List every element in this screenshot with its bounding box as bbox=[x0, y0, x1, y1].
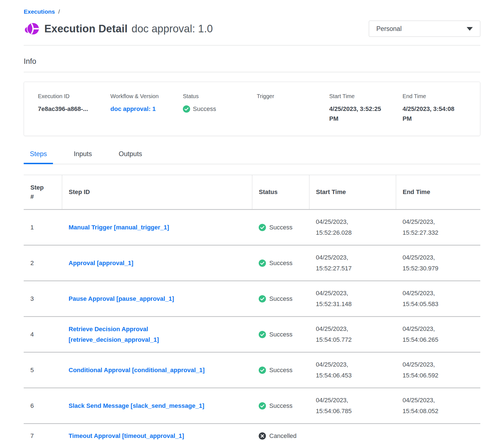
status-text: Cancelled bbox=[269, 432, 297, 440]
step-id-link[interactable]: Retrieve Decision Approval [retrieve_dec… bbox=[69, 324, 227, 345]
step-id-cell: Retrieve Decision Approval [retrieve_dec… bbox=[62, 317, 252, 352]
col-header-end-time: End Time bbox=[396, 175, 480, 210]
status-text: Success bbox=[269, 367, 292, 374]
status-badge: Success bbox=[259, 224, 302, 231]
info-field-trigger: Trigger bbox=[257, 93, 329, 123]
breadcrumb: Executions / bbox=[24, 8, 480, 15]
step-number-cell: 4 bbox=[24, 317, 62, 352]
end-time-value: 4/25/2023, 3:54:08 PM bbox=[403, 104, 462, 123]
field-label: Trigger bbox=[257, 93, 329, 100]
steps-table-body: 1 Manual Trigger [manual_trigger_1] Succ… bbox=[24, 210, 480, 441]
scope-select-value: Personal bbox=[376, 25, 402, 33]
status-cell: Success bbox=[252, 388, 309, 424]
step-id-link[interactable]: Slack Send Message [slack_send_message_1… bbox=[69, 401, 204, 411]
step-number-cell: 7 bbox=[24, 424, 62, 441]
breadcrumb-executions-link[interactable]: Executions bbox=[24, 8, 55, 15]
success-check-icon bbox=[259, 367, 266, 374]
status-badge: Success bbox=[259, 295, 302, 302]
step-id-cell: Conditional Approval [conditional_approv… bbox=[62, 352, 252, 388]
table-row: 3 Pause Approval [pause_approval_1] Succ… bbox=[24, 281, 480, 317]
tab-steps[interactable]: Steps bbox=[24, 150, 53, 164]
end-time-cell: 04/25/2023, 15:54:05.583 bbox=[396, 281, 480, 317]
step-number-cell: 6 bbox=[24, 388, 62, 424]
status-badge: Success bbox=[259, 402, 302, 410]
status-cell: Success bbox=[252, 281, 309, 317]
table-row: 5 Conditional Approval [conditional_appr… bbox=[24, 352, 480, 388]
table-row: 7 Timeout Approval [timeout_approval_1] … bbox=[24, 424, 480, 441]
step-id-cell: Manual Trigger [manual_trigger_1] bbox=[62, 210, 252, 245]
step-id-cell: Timeout Approval [timeout_approval_1] bbox=[62, 424, 252, 441]
info-section-title: Info bbox=[24, 57, 480, 66]
status-text: Success bbox=[193, 104, 216, 114]
status-cell: Success bbox=[252, 352, 309, 388]
start-time-value: 4/25/2023, 3:52:25 PM bbox=[329, 104, 389, 123]
step-number-cell: 5 bbox=[24, 352, 62, 388]
steps-table-header: Step # Step ID Status Start Time End Tim… bbox=[24, 175, 480, 210]
step-id-link[interactable]: Conditional Approval [conditional_approv… bbox=[69, 365, 205, 375]
status-text: Success bbox=[269, 402, 292, 410]
table-row: 1 Manual Trigger [manual_trigger_1] Succ… bbox=[24, 210, 480, 245]
start-time-cell: 04/25/2023, 15:54:05.772 bbox=[309, 317, 396, 352]
detail-tabs: Steps Inputs Outputs bbox=[24, 150, 480, 164]
tab-outputs[interactable]: Outputs bbox=[113, 150, 148, 164]
table-row: 2 Approval [approval_1] Success 04/25/20… bbox=[24, 245, 480, 281]
info-card: Execution ID 7e8ac396-a868-... Workflow … bbox=[24, 82, 480, 136]
table-row: 6 Slack Send Message [slack_send_message… bbox=[24, 388, 480, 424]
field-label: Execution ID bbox=[38, 93, 110, 100]
field-label: Start Time bbox=[329, 93, 403, 100]
step-id-link[interactable]: Approval [approval_1] bbox=[69, 258, 133, 268]
status-badge: Success bbox=[259, 367, 302, 374]
header-divider bbox=[24, 45, 480, 45]
status-text: Success bbox=[269, 260, 292, 267]
step-id-link[interactable]: Pause Approval [pause_approval_1] bbox=[69, 294, 174, 304]
status-text: Success bbox=[269, 224, 292, 231]
status-cell: Success bbox=[252, 245, 309, 281]
execution-id-value: 7e8ac396-a868-... bbox=[38, 104, 110, 114]
status-cell: Success bbox=[252, 317, 309, 352]
table-row: 4 Retrieve Decision Approval [retrieve_d… bbox=[24, 317, 480, 352]
status-cell: Success bbox=[252, 210, 309, 245]
col-header-status: Status bbox=[252, 175, 309, 210]
end-time-cell: 04/25/2023, 15:54:06.265 bbox=[396, 317, 480, 352]
success-check-icon bbox=[183, 105, 190, 113]
end-time-cell: 04/25/2023, 15:54:06.592 bbox=[396, 352, 480, 388]
end-time-cell bbox=[396, 424, 480, 441]
status-badge: Success bbox=[259, 331, 302, 338]
status-text: Success bbox=[269, 295, 292, 302]
chevron-down-icon bbox=[467, 27, 473, 31]
end-time-cell: 04/25/2023, 15:52:30.979 bbox=[396, 245, 480, 281]
success-check-icon bbox=[259, 331, 266, 338]
cancelled-x-icon bbox=[259, 432, 266, 440]
start-time-cell bbox=[309, 424, 396, 441]
field-label: End Time bbox=[403, 93, 474, 100]
status-text: Success bbox=[269, 331, 292, 338]
workflow-version-link[interactable]: doc approval: 1 bbox=[110, 104, 183, 114]
field-label: Workflow & Version bbox=[110, 93, 183, 100]
start-time-cell: 04/25/2023, 15:52:31.148 bbox=[309, 281, 396, 317]
breadcrumb-separator: / bbox=[58, 8, 60, 15]
scope-select[interactable]: Personal bbox=[369, 21, 480, 37]
col-header-start-time: Start Time bbox=[309, 175, 396, 210]
step-number-cell: 2 bbox=[24, 245, 62, 281]
workflow-icon bbox=[24, 21, 40, 36]
start-time-cell: 04/25/2023, 15:52:26.028 bbox=[309, 210, 396, 245]
success-check-icon bbox=[259, 224, 266, 231]
field-label: Status bbox=[183, 93, 257, 100]
success-check-icon bbox=[259, 402, 266, 410]
step-id-cell: Pause Approval [pause_approval_1] bbox=[62, 281, 252, 317]
step-number-cell: 1 bbox=[24, 210, 62, 245]
step-id-cell: Slack Send Message [slack_send_message_1… bbox=[62, 388, 252, 424]
step-number-cell: 3 bbox=[24, 281, 62, 317]
status-cell: Cancelled bbox=[252, 424, 309, 441]
step-id-link[interactable]: Manual Trigger [manual_trigger_1] bbox=[69, 222, 169, 232]
page-title: Execution Detail bbox=[44, 23, 128, 35]
tab-inputs[interactable]: Inputs bbox=[67, 150, 98, 164]
execution-status: Success bbox=[183, 104, 257, 114]
end-time-cell: 04/25/2023, 15:54:08.052 bbox=[396, 388, 480, 424]
start-time-cell: 04/25/2023, 15:52:27.517 bbox=[309, 245, 396, 281]
info-field-end-time: End Time 4/25/2023, 3:54:08 PM bbox=[403, 93, 474, 123]
info-field-execution-id: Execution ID 7e8ac396-a868-... bbox=[38, 93, 110, 123]
step-id-link[interactable]: Timeout Approval [timeout_approval_1] bbox=[69, 431, 184, 441]
info-field-workflow-version: Workflow & Version doc approval: 1 bbox=[110, 93, 183, 123]
success-check-icon bbox=[259, 260, 266, 267]
